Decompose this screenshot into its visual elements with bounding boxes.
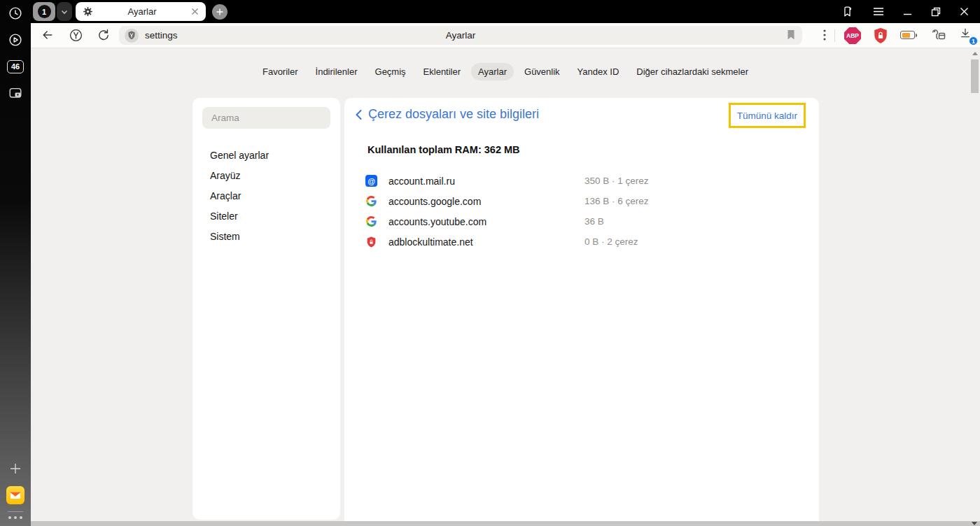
toolbar: settings Ayarlar ABP xyxy=(31,23,980,48)
site-name: adblockultimate.net xyxy=(388,236,473,248)
site-info: 0 B · 2 çerez xyxy=(584,236,638,247)
close-window-icon[interactable] xyxy=(960,7,969,16)
cookies-panel: Çerez dosyaları ve site bilgileri Tümünü… xyxy=(344,98,819,521)
site-info: 350 B · 1 çerez xyxy=(584,176,649,186)
nav-tab-guvenlik[interactable]: Güvenlik xyxy=(517,63,567,80)
rail-add-icon[interactable] xyxy=(6,460,24,478)
rail-divider xyxy=(8,511,23,512)
nav-tab-ayarlar[interactable]: Ayarlar xyxy=(471,63,514,80)
scroll-up-icon[interactable] xyxy=(972,52,978,55)
gear-icon xyxy=(83,6,93,17)
minimize-icon[interactable] xyxy=(903,7,912,16)
browser-window: 46 1 xyxy=(0,0,980,526)
address-value: settings xyxy=(145,30,178,41)
download-count-badge: 1 xyxy=(969,36,978,45)
nav-tab-favoriler[interactable]: Favoriler xyxy=(255,63,305,80)
settings-page: Favoriler İndirilenler Geçmiş Eklentiler… xyxy=(31,48,980,526)
play-media-icon[interactable] xyxy=(6,31,24,49)
settings-nav: Favoriler İndirilenler Geçmiş Eklentiler… xyxy=(31,63,980,80)
side-rail: 46 xyxy=(0,0,31,526)
site-row-youtube[interactable]: accounts.youtube.com 36 B xyxy=(344,211,819,232)
sidebar-item-siteler[interactable]: Siteler xyxy=(192,206,340,226)
yandex-home-icon[interactable] xyxy=(67,27,84,43)
google-favicon xyxy=(365,195,377,207)
passwords-icon[interactable] xyxy=(930,27,947,43)
horizontal-scrollbar[interactable] xyxy=(31,521,980,526)
settings-section-list: Genel ayarlar Arayüz Araçlar Siteler Sis… xyxy=(192,145,340,246)
site-name: accounts.google.com xyxy=(388,196,481,207)
highlight-box: Tümünü kaldır xyxy=(729,103,806,128)
vertical-scrollbar[interactable] xyxy=(970,48,979,520)
search-input[interactable] xyxy=(202,107,330,129)
scrollbar-thumb[interactable] xyxy=(971,59,979,93)
abp-extension-icon[interactable]: ABP xyxy=(844,27,861,44)
tab-group-button[interactable]: 1 xyxy=(33,2,55,21)
new-tab-button[interactable] xyxy=(212,4,227,20)
tab-counter-badge[interactable]: 46 xyxy=(6,57,24,76)
nav-tab-yandex-id[interactable]: Yandex ID xyxy=(570,63,626,80)
nav-tab-diger-cihazlar[interactable]: Diğer cihazlardaki sekmeler xyxy=(629,63,755,80)
toolbar-more-icon[interactable] xyxy=(816,27,833,43)
mailru-favicon: @ xyxy=(365,175,377,187)
site-name: accounts.youtube.com xyxy=(388,216,486,227)
google-favicon xyxy=(365,215,377,227)
back-icon[interactable] xyxy=(39,27,56,43)
menu-icon[interactable] xyxy=(873,7,884,16)
settings-sidebar-card: Genel ayarlar Arayüz Araçlar Siteler Sis… xyxy=(192,98,340,520)
battery-saver-icon[interactable] xyxy=(900,31,915,39)
tab-counter-label: 46 xyxy=(7,60,24,73)
titlebar: 1 xyxy=(31,0,980,23)
panel-header: Çerez dosyaları ve site bilgileri xyxy=(354,107,539,122)
nav-tab-gecmis[interactable]: Geçmiş xyxy=(368,63,413,80)
tab-title: Ayarlar xyxy=(93,6,191,17)
site-list: @ account.mail.ru 350 B · 1 çerez accoun… xyxy=(344,171,819,252)
remove-all-button[interactable]: Tümünü kaldır xyxy=(737,111,797,121)
scroll-down-icon[interactable] xyxy=(972,522,977,525)
abp-label: ABP xyxy=(846,32,859,39)
screenshot-icon[interactable] xyxy=(6,84,24,102)
site-info: 136 B · 6 çerez xyxy=(584,196,649,206)
downloads-icon[interactable]: 1 xyxy=(958,27,975,43)
shield-favicon xyxy=(365,236,377,248)
battery-fill xyxy=(902,33,910,38)
adblock-shield-icon[interactable] xyxy=(873,27,888,44)
back-chevron-icon[interactable] xyxy=(354,108,363,122)
address-bar[interactable]: settings Ayarlar xyxy=(119,26,802,45)
yandex-mail-icon[interactable] xyxy=(6,486,24,504)
ram-total-label: Kullanılan toplam RAM: 362 MB xyxy=(368,144,520,155)
tab-close-icon[interactable] xyxy=(191,8,199,15)
nav-tab-indirilenler[interactable]: İndirilenler xyxy=(309,63,365,80)
sidebar-item-genel-ayarlar[interactable]: Genel ayarlar xyxy=(192,145,340,165)
sidebar-item-sistem[interactable]: Sistem xyxy=(192,226,340,246)
sidebar-panel-icon[interactable] xyxy=(841,5,854,18)
restore-icon[interactable] xyxy=(931,7,941,17)
panel-title: Çerez dosyaları ve site bilgileri xyxy=(368,107,539,122)
sidebar-item-araclar[interactable]: Araçlar xyxy=(192,185,340,206)
site-row-google[interactable]: accounts.google.com 136 B · 6 çerez xyxy=(344,191,819,211)
site-name: account.mail.ru xyxy=(388,176,455,187)
site-row-mailru[interactable]: @ account.mail.ru 350 B · 1 çerez xyxy=(344,171,819,191)
tab-group-count: 1 xyxy=(38,5,51,18)
toolbar-divider xyxy=(834,29,835,42)
tab-ayarlar[interactable]: Ayarlar xyxy=(76,2,206,21)
reload-icon[interactable] xyxy=(95,27,112,43)
tab-group-chevron-icon[interactable] xyxy=(57,2,72,21)
site-row-adblockultimate[interactable]: adblockultimate.net 0 B · 2 çerez xyxy=(344,232,819,252)
nav-tab-eklentiler[interactable]: Eklentiler xyxy=(416,63,468,80)
site-info: 36 B xyxy=(584,216,604,227)
history-icon[interactable] xyxy=(6,4,24,22)
rail-more-icon[interactable] xyxy=(8,516,22,519)
page-title: Ayarlar xyxy=(119,30,802,41)
bookmark-icon[interactable] xyxy=(786,29,796,41)
sidebar-item-arayuz[interactable]: Arayüz xyxy=(192,165,340,185)
